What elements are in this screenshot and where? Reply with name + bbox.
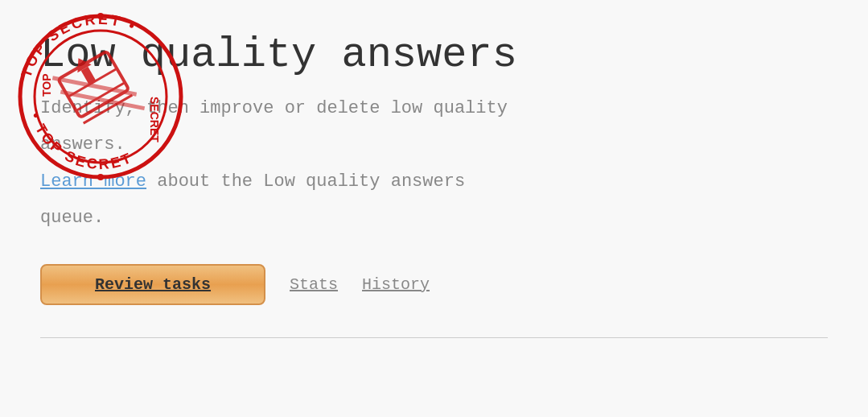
- learn-more-suffix: about the Low quality answers: [146, 171, 465, 192]
- svg-text:SECRET: SECRET: [148, 97, 161, 142]
- history-link[interactable]: History: [362, 275, 430, 294]
- svg-point-3: [97, 174, 104, 180]
- svg-text:TOP: TOP: [40, 73, 53, 97]
- page-divider: [40, 337, 828, 338]
- stats-link[interactable]: Stats: [290, 275, 338, 294]
- svg-text:• TOP SECRET: • TOP SECRET: [27, 111, 135, 173]
- actions-row: Review tasks Stats History: [40, 264, 828, 305]
- queue-line: queue.: [40, 204, 828, 232]
- page-container: TOP SECRET • • TOP SECRET TOP SECRET: [0, 0, 868, 362]
- top-secret-stamp: TOP SECRET • • TOP SECRET TOP SECRET: [12, 8, 189, 185]
- review-tasks-button[interactable]: Review tasks: [40, 264, 265, 305]
